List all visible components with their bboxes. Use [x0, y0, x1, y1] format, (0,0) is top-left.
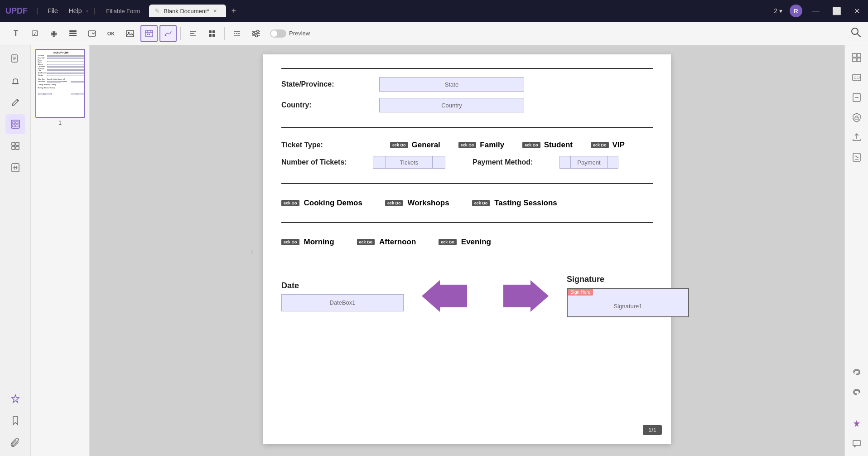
ticket-student[interactable]: eck Bo Student [522, 141, 573, 150]
tool-combo[interactable] [83, 25, 101, 42]
sessions-section: eck Bo Cooking Demos eck Bo Workshops ec… [281, 183, 653, 222]
tab-fillable-form[interactable]: Fillable Form [101, 5, 145, 17]
sidebar-icon-organize[interactable] [5, 136, 25, 156]
right-icon-sign[interactable] [848, 149, 865, 166]
time-morning[interactable]: eck Bo Morning [281, 238, 334, 247]
evening-label: Evening [461, 238, 491, 247]
sidebar-icon-forms[interactable] [5, 114, 25, 134]
tab-blank-document[interactable]: ✎ Blank Document* ✕ [149, 5, 226, 17]
tab-close-button[interactable]: ✕ [213, 8, 217, 14]
payment-field[interactable]: Payment [559, 156, 618, 169]
page-number-display[interactable]: 2 ▾ [774, 7, 782, 15]
preview-switch[interactable] [270, 29, 286, 38]
state-field[interactable]: State [379, 77, 524, 92]
student-label: Student [544, 141, 573, 150]
svg-rect-38 [12, 83, 19, 84]
afternoon-badge: eck Bo [357, 239, 375, 245]
right-icon-undo[interactable] [848, 364, 865, 381]
ticket-family[interactable]: eck Bo Family [458, 141, 504, 150]
minimize-button[interactable]: — [810, 7, 822, 15]
add-tab-button[interactable]: + [231, 6, 236, 16]
tool-list[interactable] [64, 25, 82, 42]
ticket-general[interactable]: eck Bo General [390, 141, 440, 150]
left-sidebar [0, 45, 31, 456]
right-icon-redo[interactable] [848, 383, 865, 401]
svg-rect-44 [16, 125, 18, 127]
sep1: | [37, 7, 39, 15]
sidebar-icon-pages[interactable] [5, 49, 25, 69]
country-label: Country: [281, 101, 372, 109]
sidebar-icon-ai[interactable] [5, 389, 25, 409]
sidebar-icon-stamp[interactable] [5, 71, 25, 91]
sidebar-icon-compress[interactable] [5, 158, 25, 178]
state-label: State/Province: [281, 80, 372, 88]
session-workshops[interactable]: eck Bo Workshops [385, 199, 449, 208]
family-badge: eck Bo [458, 142, 477, 148]
toggle-knob [271, 30, 277, 37]
titlebar: UPDF | File Help • | Fillable Form ✎ Bla… [0, 0, 868, 22]
tool-text[interactable]: T [7, 25, 24, 42]
page-number: 1 [58, 120, 62, 126]
svg-line-33 [858, 34, 861, 37]
tool-radio[interactable]: ◉ [45, 25, 63, 42]
tool-image[interactable] [121, 25, 139, 42]
left-arrow-decoration [422, 280, 467, 312]
tool-grid[interactable] [203, 25, 221, 42]
session-cooking[interactable]: eck Bo Cooking Demos [281, 199, 362, 208]
country-field[interactable]: Country [379, 98, 524, 112]
family-label: Family [480, 141, 504, 150]
svg-rect-1 [69, 33, 77, 34]
time-evening[interactable]: eck Bo Evening [439, 238, 491, 247]
close-button[interactable]: ✕ [851, 7, 863, 15]
num-tickets-placeholder: Tickets [386, 159, 432, 166]
right-icon-chat[interactable] [848, 435, 865, 452]
right-icon-export[interactable] [848, 129, 865, 146]
svg-rect-10 [147, 34, 148, 35]
user-avatar[interactable]: R [790, 5, 802, 17]
date-field[interactable]: DateBox1 [281, 294, 404, 311]
maximize-button[interactable]: ⬜ [829, 7, 844, 15]
time-afternoon[interactable]: eck Bo Afternoon [357, 238, 416, 247]
document-area[interactable]: › State/Province: State Country: Country [90, 45, 844, 456]
tool-signature[interactable] [159, 25, 177, 42]
tool-button[interactable]: OK [102, 25, 120, 42]
thumbnail-image: SIGN UP FORM Full Name Email Addr. Phone… [36, 50, 85, 117]
right-icon-scan[interactable] [848, 49, 865, 66]
tool-distribute[interactable] [228, 25, 246, 42]
tool-properties[interactable] [247, 25, 265, 42]
right-icon-magic[interactable] [848, 415, 865, 432]
ticket-type-label: Ticket Type: [281, 141, 372, 149]
svg-rect-16 [209, 30, 212, 33]
sidebar-icon-attach[interactable] [5, 432, 25, 452]
tool-align-left[interactable] [184, 25, 202, 42]
svg-rect-19 [212, 34, 215, 37]
sidebar-icon-bookmark[interactable] [5, 411, 25, 431]
sidebar-icon-edit[interactable] [5, 92, 25, 112]
num-tickets-field[interactable]: Tickets [373, 156, 445, 169]
ticket-vip[interactable]: eck Bo VIP [591, 141, 625, 150]
right-icon-compress[interactable] [848, 89, 865, 106]
thumbnail-page-1[interactable]: SIGN UP FORM Full Name Email Addr. Phone… [35, 49, 85, 118]
right-icon-ocr[interactable]: OCR [848, 69, 865, 86]
times-section: eck Bo Morning eck Bo Afternoon eck Bo E… [281, 222, 653, 261]
right-icon-protect[interactable] [848, 109, 865, 126]
tool-checkbox[interactable]: ☑ [26, 25, 43, 42]
svg-rect-41 [13, 121, 15, 124]
scroll-left-arrow[interactable]: › [251, 246, 254, 256]
app-logo: UPDF [5, 6, 28, 16]
search-icon[interactable] [851, 27, 861, 39]
sessions-row: eck Bo Cooking Demos eck Bo Workshops ec… [281, 199, 653, 208]
state-row: State/Province: State [281, 77, 653, 92]
country-row: Country: Country [281, 98, 653, 112]
preview-toggle[interactable]: Preview [270, 29, 310, 38]
session-tasting[interactable]: eck Bo Tasting Sessions [472, 199, 557, 208]
menu-help[interactable]: Help [65, 5, 86, 16]
evening-badge: eck Bo [439, 239, 457, 245]
sig-field[interactable]: Sign Here Signature1 [567, 288, 689, 317]
afternoon-label: Afternoon [379, 238, 416, 247]
svg-point-26 [257, 30, 259, 32]
vip-label: VIP [612, 141, 625, 150]
thumbnail-panel: SIGN UP FORM Full Name Email Addr. Phone… [31, 45, 90, 456]
menu-file[interactable]: File [44, 5, 62, 16]
tool-date[interactable] [140, 25, 158, 42]
